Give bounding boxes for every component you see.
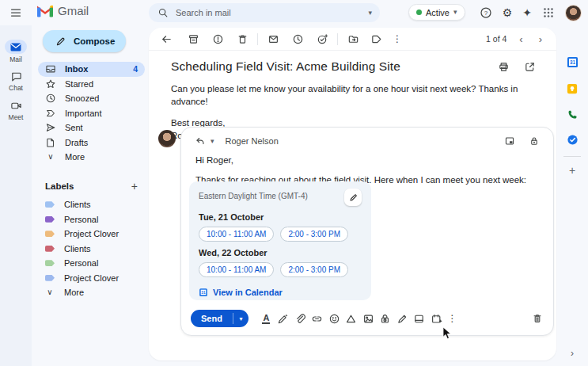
search-input[interactable] [176,8,362,17]
sidebar-label-personal[interactable]: Personal [38,212,145,227]
add-to-tasks-icon[interactable] [316,32,328,45]
popout-reply-icon[interactable] [503,135,516,147]
confidential-mode-icon[interactable] [379,313,391,325]
reply-greeting: Hi Roger, [195,154,539,167]
edit-proposal-button[interactable] [344,189,362,206]
sidebar-label-clients[interactable]: Clients [38,197,145,212]
time-slot-chip[interactable]: 2:00 - 3:00 PM [280,227,348,242]
inbox-icon [45,63,56,74]
labels-title: Labels [45,181,74,191]
sidebar-item-inbox[interactable]: Inbox 4 [38,62,145,77]
newer-thread-icon[interactable]: ‹ [519,34,522,44]
time-slot-chip[interactable]: 10:00 - 11:00 AM [199,227,274,242]
older-thread-icon[interactable]: › [539,34,542,44]
sidebar-item-more[interactable]: ∨ More [38,150,145,165]
sidebar-label-clients-2[interactable]: Clients [38,242,145,257]
gemini-sparkle-icon[interactable]: ✦ [522,7,532,18]
insert-invitation-icon[interactable] [413,313,425,325]
rail-item-mail[interactable]: Mail [0,40,32,63]
reply-header: ▾ Roger Nelson [181,128,553,147]
sender-avatar[interactable] [158,130,176,147]
label-tag-icon [45,260,55,266]
insert-from-drive-icon[interactable] [345,313,357,325]
report-spam-icon[interactable] [211,32,224,45]
label-tag-icon[interactable] [370,32,382,45]
sidebar-item-sent[interactable]: Sent [38,120,145,135]
draft-file-icon [45,137,56,148]
formatting-options-icon[interactable]: A [260,313,272,325]
rail-item-chat[interactable]: Chat [0,70,32,92]
calendar-icon: 31 [199,288,208,297]
collapse-panel-icon[interactable]: › [571,349,574,358]
help-me-write-icon[interactable] [277,313,289,325]
label-tag-icon [45,216,55,223]
reply-body[interactable]: Hi Roger, Thanks for reaching out about … [181,147,553,186]
reply-recipient[interactable]: Roger Nelson [226,136,499,146]
chat-icon [9,70,22,82]
view-in-calendar-link[interactable]: 31 View in Calendar [199,288,362,297]
archive-icon[interactable] [187,32,199,45]
sidebar-label-project-clover[interactable]: Project Clover [38,227,145,242]
search-options-icon[interactable]: ▾ [368,10,372,17]
insert-signature-icon[interactable] [396,313,408,325]
chevron-down-icon: ∨ [45,151,56,162]
sidebar-labels-more[interactable]: ∨ More [38,285,145,300]
sidebar-item-important[interactable]: Important [38,106,145,121]
voice-app-icon[interactable] [566,108,579,120]
more-compose-options-icon[interactable]: ⋮ [447,314,457,323]
label-tag-icon [45,275,55,281]
status-label: Active [426,8,450,17]
sidebar-item-snoozed[interactable]: Snoozed [38,91,145,106]
get-addons-plus-icon[interactable]: + [569,165,575,176]
snooze-icon[interactable] [291,32,304,45]
sent-plane-icon [45,122,56,133]
insert-link-icon[interactable] [311,313,323,325]
rail-item-meet[interactable]: Meet [0,99,32,121]
compose-button[interactable]: Compose [43,30,126,52]
sidebar-label-project-clover-2[interactable]: Project Clover [38,271,145,286]
help-icon[interactable]: ? [480,6,492,19]
chevron-down-icon: ∨ [45,286,55,299]
reply-arrow-icon[interactable] [194,135,207,147]
sidebar-label-personal-2[interactable]: Personal [38,256,145,271]
discard-draft-icon[interactable] [531,312,544,325]
back-arrow-icon[interactable] [160,32,173,45]
proposal-day-2: Wed, 22 October [199,248,362,257]
attach-file-icon[interactable] [294,313,306,325]
open-in-new-icon[interactable] [523,60,536,73]
gmail-logo: Gmail [37,4,89,17]
settings-gear-icon[interactable]: ⚙ [503,7,513,18]
move-to-folder-icon[interactable] [347,32,359,45]
print-icon[interactable] [497,60,510,73]
create-label-plus-icon[interactable]: + [131,181,138,192]
propose-meeting-times-icon[interactable] [431,313,442,325]
sidebar-item-drafts[interactable]: Drafts [38,135,145,151]
keep-app-icon[interactable] [566,82,579,95]
insert-emoji-icon[interactable] [328,313,340,325]
label-name: Personal [64,215,98,224]
lock-icon[interactable] [528,135,541,147]
label-name: Clients [64,200,91,209]
time-slot-chip[interactable]: 10:00 - 11:00 AM [199,262,274,277]
time-slot-chip[interactable]: 2:00 - 3:00 PM [280,262,348,277]
mark-unread-icon[interactable] [267,32,279,45]
calendar-app-icon[interactable]: 31 [566,55,579,68]
reply-type-caret-icon[interactable]: ▾ [211,138,214,145]
sidebar-item-starred[interactable]: Starred [38,77,145,92]
more-options-icon[interactable]: ⋮ [393,34,402,44]
search-bar[interactable]: ▾ [149,3,380,22]
labels-header: Labels + [45,181,138,192]
chat-status-selector[interactable]: Active ▾ [408,4,465,21]
main-menu-button[interactable] [9,6,23,20]
send-options-caret-icon[interactable]: ▾ [233,310,248,327]
send-button[interactable]: Send ▾ [191,310,248,327]
label-name: Clients [64,244,91,254]
tasks-app-icon[interactable] [566,133,579,146]
mail-envelope-icon [9,40,22,53]
label-tag-icon [45,201,55,208]
google-apps-grid-icon[interactable] [542,6,555,19]
profile-avatar[interactable] [565,5,582,21]
insert-photo-icon[interactable] [362,313,374,325]
delete-trash-icon[interactable] [236,32,248,45]
reply-compose-card: ▾ Roger Nelson Hi Roger, Thanks for reac… [180,127,554,336]
